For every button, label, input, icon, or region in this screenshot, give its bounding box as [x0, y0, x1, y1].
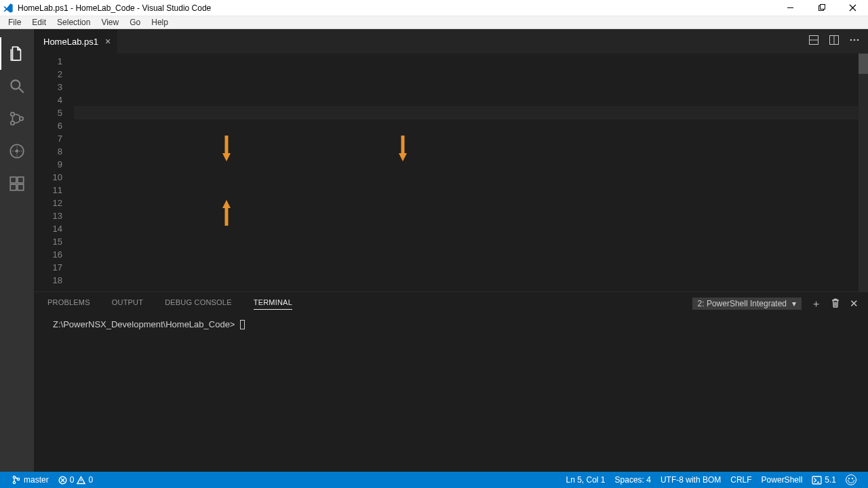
status-ps-version[interactable]: 5.1 [807, 475, 841, 485]
scroll-thumb[interactable] [859, 54, 868, 74]
panel-tab-debugconsole[interactable]: DEBUG CONSOLE [165, 298, 232, 309]
activity-debug[interactable] [0, 135, 34, 167]
close-panel-icon[interactable]: ✕ [850, 298, 859, 310]
status-problems[interactable]: 0 0 [54, 475, 98, 485]
terminal-selector[interactable]: 2: PowerShell Integrated ▾ [692, 298, 802, 310]
panel-tab-terminal[interactable]: TERMINAL [254, 298, 292, 310]
status-bar: master 0 0 Ln 5, Col 1 Spaces: 4 UTF-8 w… [0, 472, 868, 488]
panel-tab-problems[interactable]: PROBLEMS [47, 298, 90, 309]
terminal-prompt: Z:\PowerNSX_Development\HomeLab_Code> [53, 319, 235, 329]
chevron-down-icon: ▾ [792, 299, 796, 308]
terminal-cursor [240, 320, 245, 329]
tab-label: HomeLab.ps1 [43, 37, 98, 47]
activity-git[interactable] [0, 102, 34, 135]
svg-rect-1 [820, 5, 825, 9]
tab-bar: HomeLab.ps1 × [34, 29, 868, 54]
activity-explorer[interactable] [0, 37, 34, 70]
menu-selection[interactable]: Selection [52, 18, 96, 27]
more-icon[interactable] [849, 35, 860, 48]
gutter: 123456789101112131415161718 [34, 54, 75, 291]
new-terminal-icon[interactable]: ＋ [811, 298, 821, 310]
menu-edit[interactable]: Edit [26, 18, 52, 27]
panel-tab-output[interactable]: OUTPUT [112, 298, 143, 309]
panel: PROBLEMS OUTPUT DEBUG CONSOLE TERMINAL 2… [34, 291, 868, 472]
svg-point-5 [20, 117, 23, 120]
svg-rect-21 [812, 476, 821, 484]
current-line-highlight [75, 106, 860, 119]
svg-point-4 [11, 121, 14, 125]
annotation-arrow-server [222, 110, 229, 137]
menubar: File Edit Selection View Go Help [0, 16, 868, 29]
status-cursor-pos[interactable]: Ln 5, Col 1 [561, 475, 610, 485]
svg-point-15 [854, 39, 856, 41]
menu-go[interactable]: Go [124, 18, 146, 27]
menu-help[interactable]: Help [146, 18, 174, 27]
status-feedback[interactable] [841, 474, 861, 485]
annotation-arrow-vicred [222, 173, 229, 200]
svg-point-16 [857, 39, 859, 41]
activity-bar [0, 29, 34, 472]
menu-view[interactable]: View [96, 18, 124, 27]
svg-point-3 [11, 113, 14, 116]
svg-point-17 [13, 476, 15, 478]
status-encoding[interactable]: UTF-8 with BOM [656, 475, 726, 485]
terminal-selector-label: 2: PowerShell Integrated [698, 299, 787, 308]
editor[interactable]: 123456789101112131415161718 $NSX = Conne… [34, 54, 868, 291]
activity-search[interactable] [0, 70, 34, 102]
svg-rect-10 [10, 184, 16, 190]
status-eol[interactable]: CRLF [726, 475, 756, 485]
svg-point-7 [16, 150, 18, 152]
tab-homelab[interactable]: HomeLab.ps1 × [34, 29, 117, 54]
svg-point-18 [13, 481, 15, 483]
tab-actions [808, 29, 868, 54]
status-spaces[interactable]: Spaces: 4 [610, 475, 656, 485]
svg-rect-9 [18, 177, 24, 183]
split-down-icon[interactable] [808, 35, 819, 48]
tab-close-icon[interactable]: × [105, 36, 111, 47]
editor-panel-column: HomeLab.ps1 × 12345678910111213141516171… [34, 29, 868, 472]
menu-file[interactable]: File [3, 18, 26, 27]
status-git-branch[interactable]: master [7, 475, 54, 485]
svg-rect-8 [10, 177, 16, 183]
smiley-icon [846, 474, 856, 485]
annotation-arrow-credential [399, 110, 406, 137]
split-right-icon[interactable] [829, 35, 840, 48]
window-title: HomeLab.ps1 - HomeLab_Code - Visual Stud… [18, 3, 774, 13]
status-language[interactable]: PowerShell [757, 475, 808, 485]
titlebar: HomeLab.ps1 - HomeLab_Code - Visual Stud… [0, 0, 868, 16]
kill-terminal-icon[interactable] [831, 298, 840, 310]
window-controls [774, 0, 868, 16]
code-area[interactable]: $NSX = Connect-NsxServer -Server nsx.vir… [75, 54, 868, 291]
svg-rect-11 [18, 184, 24, 190]
terminal[interactable]: Z:\PowerNSX_Development\HomeLab_Code> [34, 315, 868, 472]
svg-point-2 [11, 80, 20, 89]
panel-tabs: PROBLEMS OUTPUT DEBUG CONSOLE TERMINAL 2… [34, 292, 868, 315]
app-body: HomeLab.ps1 × 12345678910111213141516171… [0, 29, 868, 472]
minimize-button[interactable] [774, 0, 806, 16]
maximize-button[interactable] [806, 0, 837, 16]
close-button[interactable] [837, 0, 868, 16]
activity-extensions[interactable] [0, 167, 34, 200]
svg-point-14 [850, 39, 852, 41]
vscode-logo-icon [3, 3, 14, 14]
